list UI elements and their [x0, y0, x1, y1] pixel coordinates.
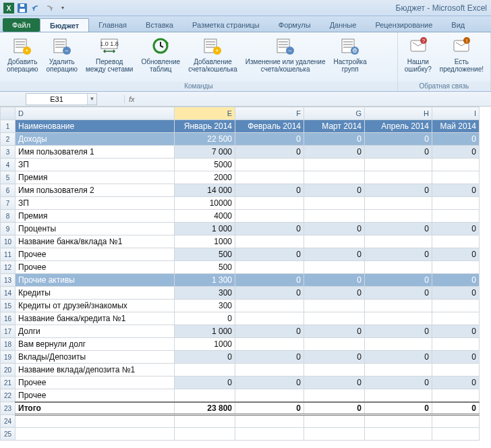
cell-D21[interactable]: Прочее — [16, 376, 175, 389]
cell-G7[interactable] — [304, 197, 365, 210]
cell-F9[interactable]: 0 — [235, 223, 304, 235]
cell-F19[interactable]: 0 — [235, 351, 304, 364]
cell-I24[interactable] — [432, 415, 480, 428]
tab-вставка[interactable]: Вставка — [136, 18, 183, 32]
cell-H12[interactable] — [365, 261, 432, 274]
cell-G24[interactable] — [304, 415, 365, 428]
cell-H16[interactable] — [365, 312, 432, 325]
cell-H17[interactable]: 0 — [365, 325, 432, 338]
cell-I9[interactable]: 0 — [432, 223, 480, 235]
cell-E20[interactable] — [175, 364, 235, 376]
cell-D9[interactable]: Проценты — [16, 223, 175, 235]
cell-G15[interactable] — [304, 300, 365, 312]
cell-G22[interactable] — [304, 389, 365, 402]
cell-E14[interactable]: 300 — [175, 287, 235, 300]
cell-E23[interactable]: 23 800 — [175, 402, 235, 415]
cell-E19[interactable]: 0 — [175, 351, 235, 364]
row-header-10[interactable]: 10 — [1, 235, 16, 248]
refresh-tables-button[interactable]: Обновлениетаблиц — [137, 34, 184, 82]
cell-D23[interactable]: Итого — [16, 402, 175, 415]
cell-D16[interactable]: Название банка/кредита №1 — [16, 312, 175, 325]
cell-E11[interactable]: 500 — [175, 248, 235, 261]
cell-D20[interactable]: Название вклада/депозита №1 — [16, 364, 175, 376]
undo-icon[interactable] — [30, 2, 42, 14]
cell-E25[interactable] — [175, 428, 235, 441]
cell-F6[interactable]: 0 — [235, 184, 304, 197]
cell-G11[interactable]: 0 — [304, 248, 365, 261]
cell-I20[interactable] — [432, 364, 480, 376]
cell-H25[interactable] — [365, 428, 432, 441]
cell-I3[interactable]: 0 — [432, 146, 480, 159]
cell-H8[interactable] — [365, 210, 432, 223]
col-header-F[interactable]: F — [235, 107, 304, 120]
cell-F14[interactable]: 0 — [235, 287, 304, 300]
cell-H6[interactable]: 0 — [365, 184, 432, 197]
row-header-20[interactable]: 20 — [1, 364, 16, 376]
fx-label[interactable]: fx — [124, 95, 139, 103]
cell-D5[interactable]: Премия — [16, 171, 175, 184]
cell-D2[interactable]: Доходы — [16, 133, 175, 146]
namebox-dropdown-icon[interactable]: ▼ — [87, 94, 96, 105]
cell-H1[interactable]: Апрель 2014 — [365, 120, 432, 133]
row-header-4[interactable]: 4 — [1, 159, 16, 171]
row-header-8[interactable]: 8 — [1, 210, 16, 223]
cell-I25[interactable] — [432, 428, 480, 441]
spreadsheet-grid[interactable]: DEFGHI1НаименованиеЯнварь 2014Февраль 20… — [0, 107, 491, 441]
cell-D3[interactable]: Имя пользователя 1 — [16, 146, 175, 159]
tab-данные[interactable]: Данные — [320, 18, 366, 32]
cell-D15[interactable]: Кредиты от друзей/знакомых — [16, 300, 175, 312]
cell-E21[interactable]: 0 — [175, 376, 235, 389]
cell-D17[interactable]: Долги — [16, 325, 175, 338]
cell-E18[interactable]: 1000 — [175, 338, 235, 351]
cell-I8[interactable] — [432, 210, 480, 223]
cell-I14[interactable]: 0 — [432, 287, 480, 300]
cell-E3[interactable]: 7 000 — [175, 146, 235, 159]
file-tab[interactable]: Файл — [3, 18, 40, 32]
row-header-6[interactable]: 6 — [1, 184, 16, 197]
cell-H2[interactable]: 0 — [365, 133, 432, 146]
cell-E6[interactable]: 14 000 — [175, 184, 235, 197]
row-header-19[interactable]: 19 — [1, 351, 16, 364]
cell-F7[interactable] — [235, 197, 304, 210]
cell-H11[interactable]: 0 — [365, 248, 432, 261]
cell-F11[interactable]: 0 — [235, 248, 304, 261]
cell-I6[interactable]: 0 — [432, 184, 480, 197]
formula-input[interactable] — [139, 95, 491, 103]
row-header-21[interactable]: 21 — [1, 376, 16, 389]
cell-I4[interactable] — [432, 159, 480, 171]
cell-H3[interactable]: 0 — [365, 146, 432, 159]
cell-H14[interactable]: 0 — [365, 287, 432, 300]
row-header-2[interactable]: 2 — [1, 133, 16, 146]
row-header-7[interactable]: 7 — [1, 197, 16, 210]
cell-D22[interactable]: Прочее — [16, 389, 175, 402]
row-header-9[interactable]: 9 — [1, 223, 16, 235]
cell-F21[interactable]: 0 — [235, 376, 304, 389]
save-icon[interactable] — [16, 2, 28, 14]
row-header-14[interactable]: 14 — [1, 287, 16, 300]
cell-F5[interactable] — [235, 171, 304, 184]
cell-D19[interactable]: Вклады/Депозиты — [16, 351, 175, 364]
row-header-25[interactable]: 25 — [1, 428, 16, 441]
cell-H9[interactable]: 0 — [365, 223, 432, 235]
cell-H13[interactable]: 0 — [365, 274, 432, 287]
cell-I21[interactable]: 0 — [432, 376, 480, 389]
cell-G20[interactable] — [304, 364, 365, 376]
cell-G18[interactable] — [304, 338, 365, 351]
cell-E4[interactable]: 5000 — [175, 159, 235, 171]
cell-E13[interactable]: 1 300 — [175, 274, 235, 287]
cell-F16[interactable] — [235, 312, 304, 325]
cell-G13[interactable]: 0 — [304, 274, 365, 287]
cell-D6[interactable]: Имя пользователя 2 — [16, 184, 175, 197]
cell-D18[interactable]: Вам вернули долг — [16, 338, 175, 351]
cell-E17[interactable]: 1 000 — [175, 325, 235, 338]
cell-H22[interactable] — [365, 389, 432, 402]
cell-G19[interactable]: 0 — [304, 351, 365, 364]
cell-I11[interactable]: 0 — [432, 248, 480, 261]
cell-D7[interactable]: ЗП — [16, 197, 175, 210]
cell-G9[interactable]: 0 — [304, 223, 365, 235]
cell-F15[interactable] — [235, 300, 304, 312]
cell-I18[interactable] — [432, 338, 480, 351]
row-header-22[interactable]: 22 — [1, 389, 16, 402]
tab-рецензирование[interactable]: Рецензирование — [366, 18, 442, 32]
row-header-18[interactable]: 18 — [1, 338, 16, 351]
